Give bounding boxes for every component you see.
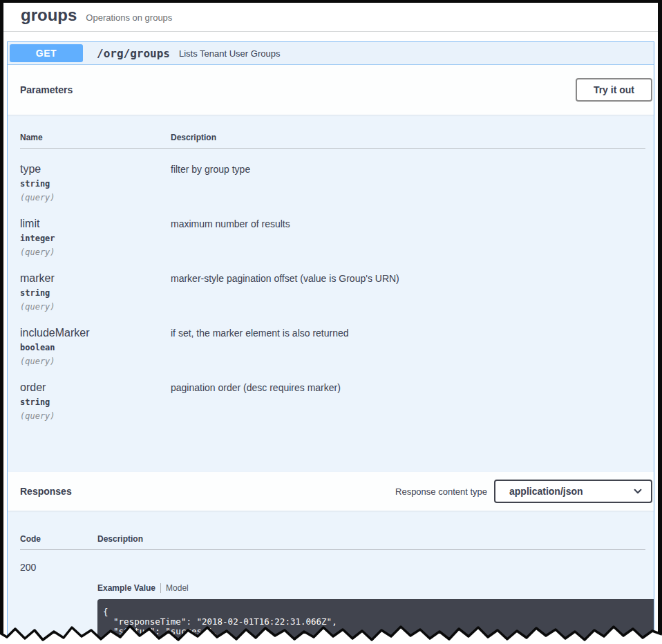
- responses-section-header: Responses Response content type applicat…: [8, 472, 654, 511]
- example-response-code-block: { "responseTime": "2018-02-01T16:22:31.0…: [97, 599, 654, 644]
- response-row: 200 Example Value Model { "responseTime"…: [20, 550, 654, 644]
- param-description: if set, the marker element is also retur…: [171, 326, 645, 367]
- param-name: order: [20, 381, 171, 395]
- param-description: maximum number of results: [171, 217, 645, 258]
- param-location: (query): [20, 247, 171, 258]
- param-type: string: [20, 178, 171, 189]
- param-name-cell: includeMarker boolean (query): [20, 326, 171, 367]
- param-description: pagination order (desc requires marker): [171, 381, 645, 422]
- param-name-cell: marker string (query): [20, 272, 171, 312]
- screenshot-frame: groups Operations on groups GET /org/gro…: [0, 0, 662, 644]
- param-description: marker-style pagination offset (value is…: [171, 272, 645, 312]
- responses-title: Responses: [20, 486, 72, 497]
- chevron-down-icon: [633, 486, 643, 496]
- selected-content-type: application/json: [509, 486, 583, 497]
- column-header-description: Description: [97, 534, 645, 544]
- param-location: (query): [20, 410, 171, 422]
- http-method-badge: GET: [10, 44, 83, 62]
- code-line: "apiVersion": "2.0",: [103, 636, 654, 644]
- param-name-cell: limit integer (query): [20, 217, 171, 258]
- param-row: marker string (query) marker-style pagin…: [20, 258, 645, 312]
- code-line: {: [103, 607, 654, 617]
- param-name: marker: [20, 272, 171, 285]
- column-header-name: Name: [20, 133, 171, 142]
- parameters-title: Parameters: [20, 84, 73, 95]
- tag-subtitle: Operations on groups: [86, 12, 172, 23]
- response-description-cell: Example Value Model { "responseTime": "2…: [97, 562, 654, 644]
- parameters-table: Name Description type string (query) fil…: [8, 115, 654, 472]
- param-name-cell: order string (query): [20, 381, 171, 422]
- column-header-description: Description: [171, 133, 645, 142]
- tag-title: groups: [21, 5, 77, 26]
- param-name-cell: type string (query): [20, 162, 171, 203]
- endpoint-summary: Lists Tenant User Groups: [179, 48, 280, 59]
- opblock-get-org-groups: GET /org/groups Lists Tenant User Groups…: [7, 41, 654, 644]
- param-type: string: [20, 397, 171, 408]
- param-description: filter by group type: [171, 162, 645, 203]
- code-line: "responseTime": "2018-02-01T16:22:31.066…: [103, 617, 654, 627]
- param-row: type string (query) filter by group type: [20, 149, 645, 203]
- responses-table-header: Code Description: [20, 534, 645, 550]
- param-row: order string (query) pagination order (d…: [20, 367, 645, 422]
- param-location: (query): [20, 356, 171, 367]
- try-it-out-button[interactable]: Try it out: [576, 78, 652, 102]
- code-line: "status": "success",: [103, 627, 654, 636]
- param-row: includeMarker boolean (query) if set, th…: [20, 312, 645, 367]
- response-content-type-control: Response content type application/json: [395, 480, 652, 503]
- param-location: (query): [20, 192, 171, 203]
- parameters-table-header: Name Description: [20, 133, 645, 149]
- param-row: limit integer (query) maximum number of …: [20, 203, 645, 258]
- column-header-code: Code: [20, 534, 97, 544]
- response-content-type-label: Response content type: [395, 486, 487, 497]
- param-name: type: [20, 162, 171, 176]
- response-content-type-select[interactable]: application/json: [494, 480, 652, 503]
- model-example-tabs: Example Value Model: [97, 583, 654, 593]
- param-location: (query): [20, 301, 171, 312]
- tab-divider: [160, 583, 161, 593]
- param-name: includeMarker: [20, 326, 171, 340]
- param-type: integer: [20, 233, 171, 244]
- operation-summary-bar[interactable]: GET /org/groups Lists Tenant User Groups: [8, 42, 654, 65]
- header-divider: [3, 31, 658, 32]
- tag-header: groups Operations on groups: [3, 3, 658, 26]
- spacer: [20, 422, 645, 472]
- param-name: limit: [20, 217, 171, 231]
- tab-model[interactable]: Model: [166, 583, 189, 593]
- endpoint-path: /org/groups: [97, 47, 170, 60]
- swagger-page: groups Operations on groups GET /org/gro…: [3, 3, 658, 644]
- parameters-section-header: Parameters Try it out: [8, 65, 654, 115]
- responses-table: Code Description 200 Example Value Model…: [8, 511, 654, 644]
- response-code: 200: [20, 562, 97, 644]
- param-type: string: [20, 287, 171, 299]
- tab-example-value[interactable]: Example Value: [97, 583, 155, 593]
- param-type: boolean: [20, 342, 171, 353]
